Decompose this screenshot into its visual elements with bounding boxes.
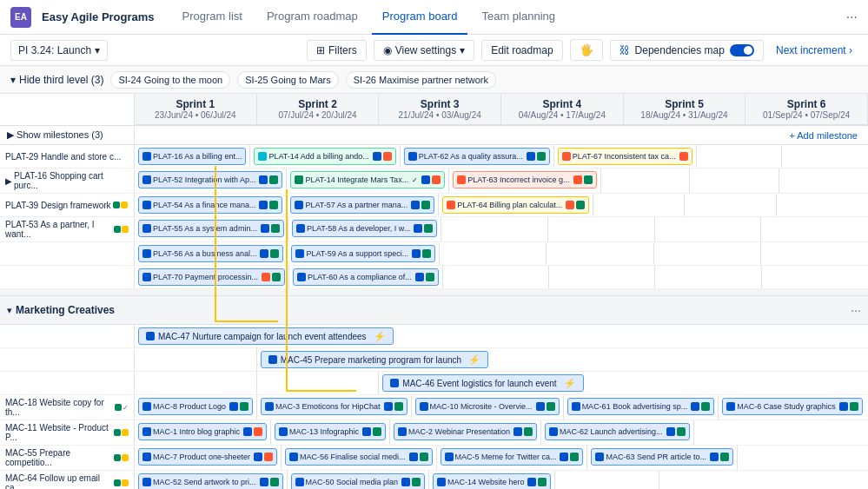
platform-row-4: PLAT-53 As a partner, I want... PLAT-55 … — [0, 217, 868, 242]
sprint-header: Sprint 1 23/Jun/24 • 06/Jul/24 Sprint 2 … — [0, 94, 868, 126]
cursor-button[interactable]: 🖐 — [570, 39, 603, 61]
card-mac-8[interactable]: MAC-8 Product Logo — [138, 398, 253, 415]
card-mac-52-artwork[interactable]: MAC-52 Send artwork to pri... — [138, 473, 283, 489]
card-plat-59-s2[interactable]: PLAT-59 As a support speci... — [291, 245, 435, 262]
platform-row-4-cell-6 — [761, 217, 868, 241]
view-settings-button[interactable]: ◉ View settings ▾ — [374, 40, 474, 61]
card-plat-57-s2[interactable]: PLAT-57 As a partner mana... — [290, 196, 434, 214]
sprint-2-name: Sprint 2 — [261, 98, 375, 110]
platform-row-5: PLAT-56 As a business anal... PLAT-59 As… — [0, 242, 868, 266]
platform-row-1-label: PLAT-29 Handle and store c... — [0, 145, 135, 168]
card-mac-5[interactable]: MAC-5 Meme for Twitter ca... — [441, 448, 584, 466]
marketing-more-button[interactable]: ··· — [851, 303, 861, 317]
marketing-section-toggle[interactable]: ▾ Marketing Creatives ··· — [0, 296, 868, 324]
platform-row-3-cell-3: PLAT-64 Billing plan calculat... — [439, 194, 593, 216]
nav-tab-program-roadmap[interactable]: Program roadmap — [256, 0, 368, 35]
platform-row-2-cell-6 — [779, 169, 869, 193]
card-plat-56-s1[interactable]: PLAT-56 As a business anal... — [138, 245, 283, 262]
mac-47-label: MAC-47 Nurture campaign for launch event… — [158, 332, 367, 341]
show-milestones[interactable]: ▶ Show milestones (3) — [0, 126, 135, 144]
card-plat-14-integrate[interactable]: PLAT-14 Integrate Mars Tax...✓ — [290, 171, 445, 188]
nav-more-button[interactable]: ··· — [846, 10, 858, 25]
plat-29-label: PLAT-29 Handle and store c... — [5, 152, 121, 162]
marketing-row-1-cell-3: MAC-10 Microsite - Overvie... — [412, 395, 564, 420]
card-mac-10[interactable]: MAC-10 Microsite - Overvie... — [415, 398, 560, 415]
event-cell-2 — [257, 372, 380, 394]
card-plat-58-s2[interactable]: PLAT-58 As a developer, I w... — [292, 220, 437, 237]
card-mac-61[interactable]: MAC-61 Book advertising sp... — [567, 398, 715, 415]
card-mac-56[interactable]: MAC-56 Finalise social medi... — [285, 448, 433, 466]
platform-row-5-cell-4 — [547, 242, 653, 265]
platform-row-3-label: PLAT-39 Design framework — [0, 194, 135, 216]
si-25-badge[interactable]: SI-25 Going to Mars — [237, 71, 338, 89]
platform-row-1: PLAT-29 Handle and store c... PLAT-16 As… — [0, 145, 868, 169]
app-logo: EA — [10, 7, 31, 28]
add-milestone-area: + Add milestone — [135, 126, 868, 144]
card-mac-6[interactable]: MAC-6 Case Study graphics — [722, 398, 863, 415]
hide-third-level-toggle[interactable]: ▾ Hide third level (3) — [10, 74, 103, 86]
marketing-row-3-cell-5 — [738, 446, 803, 470]
card-plat-14-s2[interactable]: PLAT-14 Add a billing ando... — [254, 148, 395, 165]
marketing-row-1-cell-5: MAC-6 Case Study graphics — [719, 395, 866, 420]
sprint-header-label-col — [0, 94, 135, 125]
dependencies-map-toggle[interactable]: ⛓ Dependencies map — [610, 40, 764, 61]
card-plat-62-s3[interactable]: PLAT-62 As a quality assura... — [404, 148, 550, 165]
card-mac-7[interactable]: MAC-7 Product one-sheeter — [138, 448, 277, 466]
cursor-icon: 🖐 — [580, 43, 593, 56]
mac-47-card[interactable]: MAC-47 Nurture campaign for launch event… — [138, 327, 394, 345]
platform-row-3-cell-4 — [593, 194, 685, 216]
nav-tab-team-planning[interactable]: Team planning — [471, 0, 566, 35]
card-plat-16-s1[interactable]: PLAT-16 As a billing ent... — [138, 148, 246, 165]
next-increment-button[interactable]: Next increment › — [771, 41, 858, 60]
platform-row-6-cell-3 — [443, 266, 549, 288]
nav-tab-program-board[interactable]: Program board — [372, 0, 468, 35]
platform-row-3-cell-2: PLAT-57 As a partner mana... — [287, 194, 439, 216]
sprint-1-header: Sprint 1 23/Jun/24 • 06/Jul/24 — [135, 94, 257, 125]
sub-toolbar: PI 3.24: Launch ▾ ⊞ Filters ◉ View setti… — [0, 35, 868, 66]
card-plat-63-s3[interactable]: PLAT-63 Incorrect invoice g... — [453, 171, 596, 188]
top-nav: EA Easy Agile Programs Program list Prog… — [0, 0, 868, 35]
app-name: Easy Agile Programs — [42, 10, 155, 23]
card-mac-63[interactable]: MAC-63 Send PR article to... — [591, 448, 733, 466]
lightning-icon-2: ⚡ — [468, 354, 480, 366]
edit-roadmap-button[interactable]: Edit roadmap — [481, 40, 562, 61]
prepare-cell-1 — [135, 348, 257, 371]
si-26-badge[interactable]: SI-26 Maximise partner network — [346, 71, 496, 89]
program-select[interactable]: PI 3.24: Launch ▾ — [10, 40, 108, 61]
card-mac-14[interactable]: MAC-14 Website hero — [433, 473, 551, 489]
chevron-down-icon-marketing: ▾ — [7, 305, 12, 316]
card-mac-2[interactable]: MAC-2 Webinar Presentation — [394, 423, 537, 440]
card-plat-64-s3[interactable]: PLAT-64 Billing plan calculat... — [442, 196, 589, 214]
card-mac-13[interactable]: MAC-13 Infographic — [275, 423, 386, 440]
platform-row-1-cell-1: PLAT-16 As a billing ent... — [135, 145, 250, 168]
sprint-4-name: Sprint 4 — [505, 98, 620, 110]
toggle-switch[interactable] — [730, 44, 754, 56]
card-plat-55-s1[interactable]: PLAT-55 As a system admin... — [138, 220, 284, 237]
card-plat-60-s2[interactable]: PLAT-60 As a compliance of... — [293, 268, 439, 286]
platform-row-3-cell-6 — [777, 194, 868, 216]
marketing-row-4-cell-3: MAC-14 Website hero — [429, 471, 555, 489]
mac-45-card[interactable]: MAC-45 Prepare marketing program for lau… — [261, 351, 488, 368]
filters-button[interactable]: ⊞ Filters — [307, 40, 367, 61]
marketing-row-1-cell-1: MAC-8 Product Logo — [135, 395, 257, 420]
nurture-row: MAC-47 Nurture campaign for launch event… — [0, 325, 868, 348]
platform-row-4-cell-5 — [655, 217, 762, 241]
marketing-row-2-cell-2: MAC-13 Infographic — [271, 420, 390, 445]
card-plat-70-s1[interactable]: PLAT-70 Payment processin... — [138, 268, 285, 286]
mac-55-label: MAC-55 Prepare competitio... — [5, 448, 112, 467]
card-mac-62[interactable]: MAC-62 Launch advertising... — [545, 423, 690, 440]
card-mac-3[interactable]: MAC-3 Emoticons for HipChat — [261, 398, 407, 415]
third-level-bar: ▾ Hide third level (3) SI-24 Going to th… — [0, 66, 868, 94]
card-plat-52-s1[interactable]: PLAT-52 Integration with Ap... — [138, 171, 282, 188]
si-24-badge[interactable]: SI-24 Going to the moon — [110, 71, 230, 89]
card-plat-54-s1[interactable]: PLAT-54 As a finance mana... — [138, 196, 282, 214]
card-mac-1[interactable]: MAC-1 Intro blog graphic — [138, 423, 267, 440]
section-spacer — [0, 289, 868, 296]
add-milestone-button[interactable]: + Add milestone — [789, 130, 858, 141]
chevron-down-icon: ▾ — [95, 44, 100, 56]
card-mac-50[interactable]: MAC-50 Social media plan — [291, 473, 426, 489]
mac-46-card[interactable]: MAC-46 Event logistics for launch event … — [382, 374, 583, 392]
card-plat-67-s4[interactable]: PLAT-67 Inconsistent tax ca... — [558, 148, 692, 165]
nav-tab-program-list[interactable]: Program list — [172, 0, 253, 35]
prepare-row: MAC-45 Prepare marketing program for lau… — [0, 348, 868, 372]
